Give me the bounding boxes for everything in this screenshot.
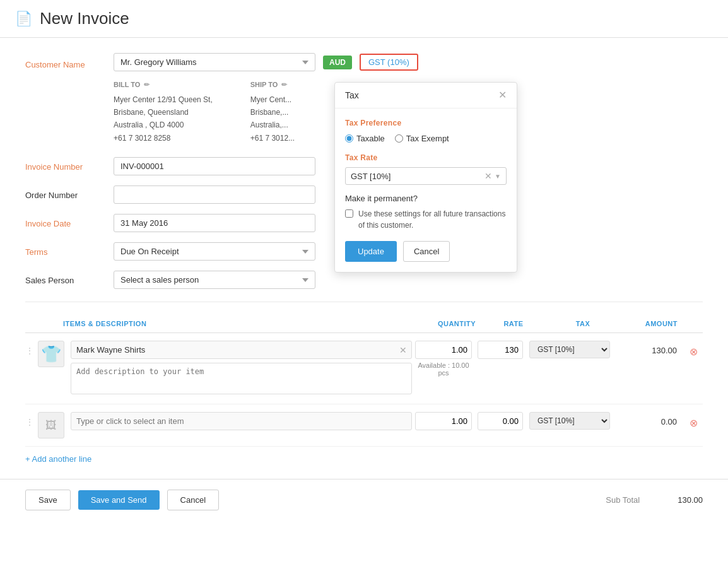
item-rate-input[interactable] bbox=[478, 412, 523, 430]
add-line-button[interactable]: + Add another line bbox=[25, 454, 703, 464]
terms-label: Terms bbox=[25, 242, 114, 257]
tax-modal: Tax ✕ Tax Preference Taxable Tax Exempt … bbox=[334, 82, 517, 273]
cancel-button[interactable]: Cancel bbox=[167, 490, 219, 510]
save-and-send-button[interactable]: Save and Send bbox=[78, 490, 160, 510]
col-header-items: ITEMS & DESCRIPTION bbox=[25, 320, 425, 327]
order-number-label: Order Number bbox=[25, 185, 114, 200]
ship-address-line1: Myer Cent... bbox=[250, 93, 295, 106]
save-button[interactable]: Save bbox=[25, 490, 71, 510]
ship-to-edit-icon[interactable]: ✏ bbox=[281, 79, 287, 91]
modal-cancel-button[interactable]: Cancel bbox=[403, 241, 450, 262]
order-number-input[interactable] bbox=[114, 185, 315, 204]
items-section: ITEMS & DESCRIPTION QUANTITY RATE TAX AM… bbox=[25, 315, 703, 464]
subtotal-value: 130.00 bbox=[678, 495, 703, 505]
subtotal-label: Sub Total bbox=[606, 495, 640, 505]
table-row: ⋮⋮ 🖼 GST [10%] bbox=[25, 404, 703, 447]
ship-address-line2: Brisbane,... bbox=[250, 106, 295, 119]
footer: Save Save and Send Cancel Sub Total 130.… bbox=[0, 479, 728, 520]
tax-preference-title: Tax Preference bbox=[345, 119, 507, 127]
customer-name-select[interactable]: Mr. Gregory Williams bbox=[114, 53, 315, 71]
modal-close-icon[interactable]: ✕ bbox=[498, 90, 507, 100]
taxable-radio[interactable]: Taxable bbox=[345, 134, 385, 143]
item-remove-icon[interactable]: ⊗ bbox=[690, 412, 703, 429]
sales-person-select[interactable]: Select a sales person bbox=[114, 271, 315, 289]
sales-person-label: Sales Person bbox=[25, 271, 114, 285]
ship-address-line3: Australia,... bbox=[250, 119, 295, 131]
item-remove-icon[interactable]: ⊗ bbox=[690, 341, 703, 358]
table-row: ⋮⋮ 👕 ✕ Available : 10.00 pcs bbox=[25, 333, 703, 404]
item-available: Available : 10.00 pcs bbox=[416, 361, 471, 377]
invoice-date-label: Invoice Date bbox=[25, 214, 114, 228]
item-tax-select[interactable]: GST [10%] bbox=[529, 341, 610, 358]
item-details: ✕ bbox=[71, 341, 412, 396]
tax-exempt-radio[interactable]: Tax Exempt bbox=[395, 134, 449, 143]
currency-badge[interactable]: AUD bbox=[323, 56, 352, 69]
shirt-icon: 👕 bbox=[41, 344, 61, 364]
item-quantity-input[interactable] bbox=[415, 412, 472, 430]
bill-to-label: BILL TO bbox=[114, 79, 140, 91]
tax-exempt-label: Tax Exempt bbox=[406, 134, 449, 143]
item-rate-input[interactable] bbox=[478, 341, 523, 359]
tax-rate-select[interactable]: GST [10%] ✕ ▼ bbox=[345, 167, 507, 185]
item-name-select-input[interactable] bbox=[71, 412, 412, 430]
gst-button[interactable]: GST (10%) bbox=[360, 54, 418, 71]
item-image: 👕 bbox=[38, 341, 64, 367]
item-tax-select[interactable]: GST [10%] bbox=[529, 412, 610, 430]
ship-address-line4: +61 7 3012... bbox=[250, 132, 295, 144]
bill-address-line2: Brisbane, Queensland bbox=[114, 106, 213, 119]
item-name-input[interactable] bbox=[71, 341, 412, 359]
drag-handle[interactable]: ⋮⋮ bbox=[25, 341, 38, 356]
tax-rate-dropdown-icon[interactable]: ▼ bbox=[495, 173, 501, 180]
item-details bbox=[71, 412, 412, 430]
update-button[interactable]: Update bbox=[345, 241, 397, 262]
col-header-amount: AMOUNT bbox=[627, 320, 703, 327]
col-header-rate: RATE bbox=[488, 320, 539, 327]
item-description-input[interactable] bbox=[71, 363, 412, 394]
item-quantity-input[interactable] bbox=[415, 341, 472, 359]
image-placeholder-icon: 🖼 bbox=[45, 419, 57, 432]
customer-name-label: Customer Name bbox=[25, 55, 114, 69]
bill-address-line4: +61 7 3012 8258 bbox=[114, 132, 213, 144]
terms-select[interactable]: Due On Receipt bbox=[114, 242, 315, 261]
item-amount: 130.00 bbox=[614, 341, 690, 355]
bill-to-edit-icon[interactable]: ✏ bbox=[144, 79, 150, 91]
permanent-checkbox-label: Use these settings for all future transa… bbox=[358, 208, 507, 231]
invoice-number-input[interactable] bbox=[114, 157, 315, 175]
item-name-clear-icon[interactable]: ✕ bbox=[399, 345, 407, 355]
tax-rate-label: Tax Rate bbox=[345, 153, 507, 162]
bill-address-line3: Australia , QLD 4000 bbox=[114, 119, 213, 131]
tax-rate-clear-icon[interactable]: ✕ bbox=[484, 171, 492, 181]
item-image-placeholder: 🖼 bbox=[38, 412, 64, 438]
invoice-date-input[interactable] bbox=[114, 214, 315, 232]
invoice-icon: 📄 bbox=[15, 11, 32, 27]
permanent-checkbox[interactable] bbox=[345, 209, 353, 218]
page-title: New Invoice bbox=[40, 9, 129, 28]
col-header-tax: TAX bbox=[539, 320, 627, 327]
modal-title: Tax bbox=[345, 90, 359, 100]
item-amount: 0.00 bbox=[614, 412, 690, 426]
make-permanent-label: Make it permanent? bbox=[345, 194, 507, 203]
tax-rate-value: GST [10%] bbox=[351, 172, 484, 181]
invoice-number-label: Invoice Number bbox=[25, 157, 114, 172]
bill-address-line1: Myer Center 12/91 Queen St, bbox=[114, 93, 213, 106]
drag-handle[interactable]: ⋮⋮ bbox=[25, 412, 38, 427]
taxable-label: Taxable bbox=[356, 134, 385, 143]
col-header-quantity: QUANTITY bbox=[425, 320, 488, 327]
ship-to-label: SHIP TO bbox=[250, 79, 278, 91]
